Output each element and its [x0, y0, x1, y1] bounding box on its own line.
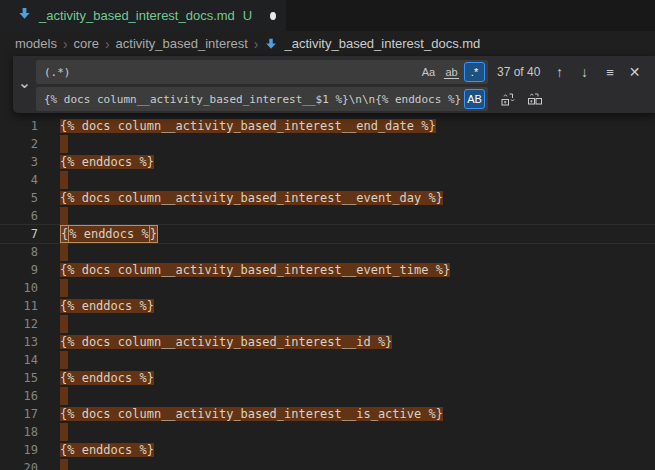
- line-number: 9: [0, 261, 38, 279]
- empty-line-match-highlight: [60, 243, 68, 261]
- editor-line[interactable]: 3{% enddocs %}: [0, 153, 655, 171]
- line-number: 15: [0, 369, 38, 387]
- editor-line[interactable]: 7{% enddocs %}: [0, 225, 655, 243]
- replace-input[interactable]: {% docs column__activity_based_interest_…: [36, 87, 488, 111]
- line-content[interactable]: {% docs column__activity_based_interest_…: [60, 189, 655, 207]
- replace-all-icon: [527, 91, 543, 107]
- line-content[interactable]: {% enddocs %}: [60, 297, 655, 315]
- line-content[interactable]: [60, 171, 655, 189]
- line-content[interactable]: [60, 387, 655, 405]
- editor-line[interactable]: 17{% docs column__activity_based_interes…: [0, 405, 655, 423]
- line-content[interactable]: [60, 207, 655, 225]
- line-number: 13: [0, 333, 38, 351]
- editor-line[interactable]: 20: [0, 459, 655, 470]
- line-number: 3: [0, 153, 38, 171]
- editor-line[interactable]: 14: [0, 351, 655, 369]
- line-content[interactable]: {% enddocs %}: [60, 369, 655, 387]
- find-match-highlight: {% enddocs %}: [60, 155, 154, 169]
- editor-line[interactable]: 11{% enddocs %}: [0, 297, 655, 315]
- editor-line[interactable]: 12: [0, 315, 655, 333]
- find-next-button[interactable]: ↓: [574, 62, 595, 83]
- bracket-match-open: {: [61, 226, 69, 242]
- line-content[interactable]: {% enddocs %}: [60, 153, 655, 171]
- breadcrumb-item-activity-based-interest[interactable]: activity_based_interest: [116, 36, 248, 51]
- editor-line[interactable]: 15{% enddocs %}: [0, 369, 655, 387]
- git-status-badge: U: [243, 8, 252, 23]
- editor-line[interactable]: 16: [0, 387, 655, 405]
- regex-icon: .*: [471, 66, 478, 78]
- editor-line[interactable]: 5{% docs column__activity_based_interest…: [0, 189, 655, 207]
- line-content[interactable]: [60, 351, 655, 369]
- editor-pane[interactable]: 1{% docs column__activity_based_interest…: [0, 56, 655, 470]
- regex-toggle[interactable]: .*: [464, 62, 485, 82]
- editor-line[interactable]: 1{% docs column__activity_based_interest…: [0, 117, 655, 135]
- toggle-replace-chevron-icon[interactable]: ⌄: [18, 75, 31, 91]
- line-content[interactable]: {% docs column__activity_based_interest_…: [60, 333, 655, 351]
- editor-tab[interactable]: _activity_based_interest_docs.md U: [0, 0, 286, 31]
- editor-line[interactable]: 18: [0, 423, 655, 441]
- line-content[interactable]: [60, 279, 655, 297]
- find-match-highlight: {% docs column__activity_based_interest_…: [60, 119, 436, 133]
- line-content[interactable]: [60, 315, 655, 333]
- find-input[interactable]: (.*) Aa ab .*: [36, 60, 488, 84]
- line-content[interactable]: [60, 135, 655, 153]
- modified-dot-indicator[interactable]: [270, 12, 276, 20]
- line-number: 6: [0, 207, 38, 225]
- empty-line-match-highlight: [60, 423, 68, 441]
- whole-word-toggle[interactable]: ab: [441, 62, 462, 82]
- editor-line[interactable]: 2: [0, 135, 655, 153]
- editor-line[interactable]: 4: [0, 171, 655, 189]
- line-number: 19: [0, 441, 38, 459]
- breadcrumb-item-core[interactable]: core: [74, 36, 99, 51]
- close-find-button[interactable]: ✕: [624, 62, 645, 83]
- line-content[interactable]: [60, 243, 655, 261]
- tab-filename: _activity_based_interest_docs.md: [39, 8, 235, 23]
- line-content[interactable]: {% enddocs %}: [60, 441, 655, 459]
- replace-icon: [500, 91, 516, 107]
- match-case-toggle[interactable]: Aa: [418, 62, 439, 82]
- line-content[interactable]: {% docs column__activity_based_interest_…: [60, 405, 655, 423]
- line-number: 17: [0, 405, 38, 423]
- line-number: 4: [0, 171, 38, 189]
- find-match-highlight: {% enddocs %}: [60, 299, 154, 313]
- line-content[interactable]: {% docs column__activity_based_interest_…: [60, 261, 655, 279]
- preserve-case-toggle[interactable]: AB: [464, 89, 485, 109]
- line-content[interactable]: [60, 423, 655, 441]
- editor-line[interactable]: 10: [0, 279, 655, 297]
- breadcrumb-separator-icon: ›: [63, 37, 68, 51]
- match-text: % enddocs %: [69, 226, 148, 242]
- editor-line[interactable]: 8: [0, 243, 655, 261]
- current-find-match: {% enddocs %}: [60, 225, 158, 243]
- line-number: 11: [0, 297, 38, 315]
- breadcrumb: models › core › activity_based_interest …: [0, 31, 655, 56]
- breadcrumb-item-file[interactable]: _activity_based_interest_docs.md: [264, 36, 480, 51]
- empty-line-match-highlight: [60, 459, 68, 470]
- editor-line[interactable]: 13{% docs column__activity_based_interes…: [0, 333, 655, 351]
- selection-lines-icon: ≡: [606, 65, 613, 80]
- line-content[interactable]: {% docs column__activity_based_interest_…: [60, 117, 655, 135]
- line-number: 7: [0, 225, 38, 243]
- match-case-icon: Aa: [422, 66, 435, 78]
- arrow-up-icon: ↑: [556, 64, 563, 80]
- markdown-file-icon: [264, 37, 278, 51]
- tab-bar: _activity_based_interest_docs.md U: [0, 0, 655, 31]
- line-number: 8: [0, 243, 38, 261]
- editor-line[interactable]: 19{% enddocs %}: [0, 441, 655, 459]
- line-content[interactable]: [60, 459, 655, 470]
- breadcrumb-item-models[interactable]: models: [15, 36, 57, 51]
- find-previous-button[interactable]: ↑: [549, 62, 570, 83]
- empty-line-match-highlight: [60, 315, 68, 333]
- editor-lines: 1{% docs column__activity_based_interest…: [0, 56, 655, 470]
- whole-word-icon: ab: [444, 66, 458, 79]
- find-match-highlight: {% docs column__activity_based_interest_…: [60, 407, 443, 421]
- editor-line[interactable]: 9{% docs column__activity_based_interest…: [0, 261, 655, 279]
- replace-button[interactable]: [497, 89, 518, 110]
- replace-all-button[interactable]: [524, 89, 545, 110]
- line-number: 16: [0, 387, 38, 405]
- editor-line[interactable]: 6: [0, 207, 655, 225]
- line-number: 18: [0, 423, 38, 441]
- line-content[interactable]: {% enddocs %}: [60, 225, 655, 243]
- breadcrumb-filename: _activity_based_interest_docs.md: [284, 36, 480, 51]
- find-in-selection-button[interactable]: ≡: [599, 62, 620, 83]
- empty-line-match-highlight: [60, 207, 68, 225]
